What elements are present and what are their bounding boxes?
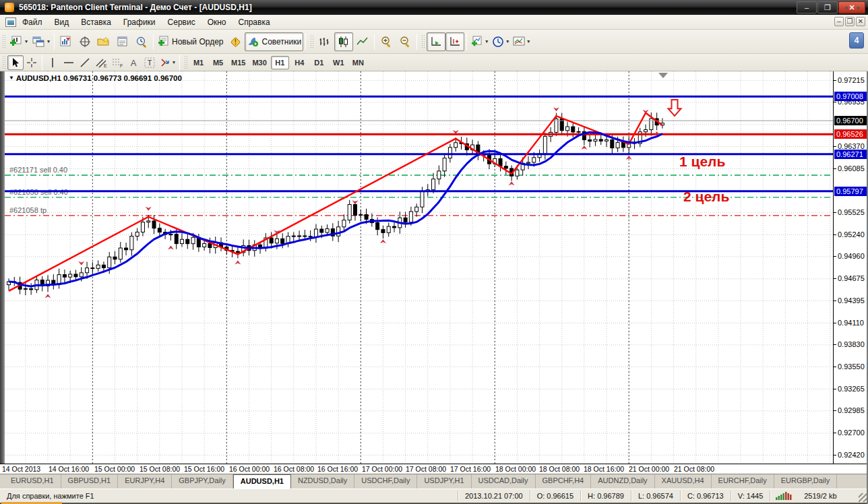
candle-body <box>644 130 648 132</box>
zoom-out-button[interactable] <box>396 32 414 51</box>
horizontal-line-button[interactable] <box>61 55 77 70</box>
menu-item-Файл[interactable]: Файл <box>16 16 49 28</box>
date-tick-label: 15 Oct 16:00 <box>184 465 224 473</box>
toolbar-grip[interactable] <box>184 55 187 70</box>
trendline-button[interactable] <box>77 55 93 70</box>
vertical-line-button[interactable] <box>44 55 61 70</box>
timeframe-MN[interactable]: MN <box>349 56 367 69</box>
crosshair-button[interactable] <box>24 55 40 70</box>
price-tick-label: 0.94395 <box>838 296 865 305</box>
tab-EURGBP,Daily[interactable]: EURGBP,Daily <box>774 474 838 489</box>
chart-area[interactable]: #621171 sell 0.40#621058 sell 0.40#62105… <box>0 71 868 464</box>
zoom-in-button[interactable] <box>377 32 396 51</box>
timeframe-M15[interactable]: M15 <box>228 56 248 69</box>
timeframe-M1[interactable]: M1 <box>189 56 208 69</box>
chart-ohlc-header: ▼ AUDUSD,H1 0.96731 0.96773 0.96691 0.96… <box>9 74 182 82</box>
timeframe-M30[interactable]: M30 <box>249 56 269 69</box>
mdi-restore-button[interactable]: ❐ <box>845 17 855 26</box>
cursor-button[interactable] <box>7 55 24 70</box>
expert-advisors-button[interactable]: Советники <box>245 32 304 51</box>
minimize-button[interactable]: – <box>797 1 817 13</box>
candle-body <box>147 221 150 222</box>
auto-scroll-button[interactable] <box>427 32 445 51</box>
candle-body <box>504 166 507 168</box>
menu-item-Справка[interactable]: Справка <box>232 16 276 28</box>
timeframe-D1[interactable]: D1 <box>310 56 328 69</box>
profiles-button[interactable]: ▾ <box>30 32 52 51</box>
target-label: 1 цель <box>679 154 725 169</box>
text-label-button[interactable]: T <box>142 55 158 70</box>
timeframe-M5[interactable]: M5 <box>209 56 227 69</box>
chart-shift-button[interactable] <box>445 32 464 51</box>
menu-item-Вид[interactable]: Вид <box>49 16 75 28</box>
price-axis[interactable]: 0.972150.969350.963700.960850.955250.952… <box>833 71 868 464</box>
templates-button[interactable]: ▾ <box>511 32 532 51</box>
new-chart-button[interactable]: ▾ <box>7 32 30 51</box>
tab-AUDNZD,Daily[interactable]: AUDNZD,Daily <box>591 474 654 489</box>
toolbar-separator <box>179 55 180 71</box>
title-bar[interactable]: 565018: Panteon Client Terminal - Демо С… <box>0 0 868 15</box>
price-tick-label: 0.92700 <box>838 429 865 437</box>
toolbar-grip[interactable] <box>2 55 5 70</box>
tab-AUDUSD,H1[interactable]: AUDUSD,H1 <box>233 474 291 489</box>
timeframe-H1[interactable]: H1 <box>271 56 289 69</box>
navigator-button[interactable] <box>94 32 113 51</box>
status-traffic: 2519/2 kb <box>799 492 842 500</box>
mdi-minimize-button[interactable]: – <box>834 17 844 26</box>
tab-scroll-arrows[interactable]: ◂ ▸ <box>844 4 864 11</box>
menu-item-Графики[interactable]: Графики <box>117 16 162 28</box>
toolbar-grip[interactable] <box>2 34 5 49</box>
candlestick-chart-button[interactable] <box>334 32 353 51</box>
new-order-button[interactable]: Новый Ордер <box>156 32 225 51</box>
market-watch-button[interactable] <box>57 32 75 51</box>
price-tick-label: 0.92420 <box>838 451 865 460</box>
standard-toolbar: ▾ ▾ Новый Ордер ! Со <box>0 30 868 54</box>
mdi-close-button[interactable]: ✕ <box>856 17 865 26</box>
arrows-button[interactable]: ▾ <box>158 55 177 70</box>
tab-EURJPY,H4[interactable]: EURJPY,H4 <box>118 474 172 489</box>
price-chart-canvas[interactable]: #621171 sell 0.40#621058 sell 0.40#62105… <box>5 71 833 464</box>
timeframe-H4[interactable]: H4 <box>290 56 309 69</box>
terminal-button[interactable] <box>113 32 132 51</box>
line-chart-button[interactable] <box>353 32 372 51</box>
indicators-button[interactable]: ▾ <box>469 32 490 51</box>
tab-GBPUSD,H1[interactable]: GBPUSD,H1 <box>61 474 119 489</box>
candle-body <box>409 212 412 222</box>
toolbar-grip[interactable] <box>421 34 425 49</box>
data-window-button[interactable] <box>75 32 94 51</box>
tab-USDCAD,Daily[interactable]: USDCAD,Daily <box>472 474 536 489</box>
toolbar-grip[interactable] <box>310 34 313 49</box>
time-axis[interactable]: 14 Oct 201314 Oct 16:0015 Oct 00:0015 Oc… <box>0 464 868 474</box>
candle-body <box>91 268 94 269</box>
tab-GBPJPY,Daily[interactable]: GBPJPY,Daily <box>172 474 233 489</box>
price-tick-label: 0.93265 <box>838 385 865 393</box>
candle-body <box>175 234 178 244</box>
strategy-tester-button[interactable] <box>132 32 151 51</box>
timeframe-W1[interactable]: W1 <box>330 56 348 69</box>
periods-button[interactable]: ▾ <box>490 32 511 51</box>
maximize-button[interactable]: ❐ <box>817 1 838 13</box>
tab-EURUSD,H1[interactable]: EURUSD,H1 <box>4 474 61 489</box>
candle-body <box>526 162 530 163</box>
tab-USDCHF,Daily[interactable]: USDCHF,Daily <box>354 474 417 489</box>
menu-item-Вставка[interactable]: Вставка <box>75 16 117 28</box>
menu-item-Сервис[interactable]: Сервис <box>162 16 202 28</box>
zigzag-trendline[interactable] <box>9 113 662 290</box>
tab-XAUUSD,H4[interactable]: XAUUSD,H4 <box>655 474 712 489</box>
text-button[interactable]: A <box>125 55 142 70</box>
tab-NZDUSD,Daily[interactable]: NZDUSD,Daily <box>291 474 354 489</box>
channel-button[interactable]: E <box>93 55 109 70</box>
candle-body <box>605 139 609 141</box>
chart-shift-marker-icon[interactable] <box>658 73 668 78</box>
tab-EURCHF,Daily[interactable]: EURCHF,Daily <box>712 474 774 489</box>
tab-GBPCHF,H4[interactable]: GBPCHF,H4 <box>536 474 592 489</box>
fibonacci-button[interactable]: F <box>109 55 125 70</box>
new-order-label: Новый Ордер <box>172 37 223 46</box>
notifications-badge[interactable]: 4 <box>849 32 864 49</box>
important-alert-button[interactable]: ! <box>226 32 245 51</box>
bar-chart-button[interactable] <box>315 32 334 51</box>
tab-USDJPY,H1[interactable]: USDJPY,H1 <box>417 474 471 489</box>
menu-item-Окно[interactable]: Окно <box>202 16 232 28</box>
candle-body <box>421 191 424 207</box>
candle-body <box>359 214 363 215</box>
